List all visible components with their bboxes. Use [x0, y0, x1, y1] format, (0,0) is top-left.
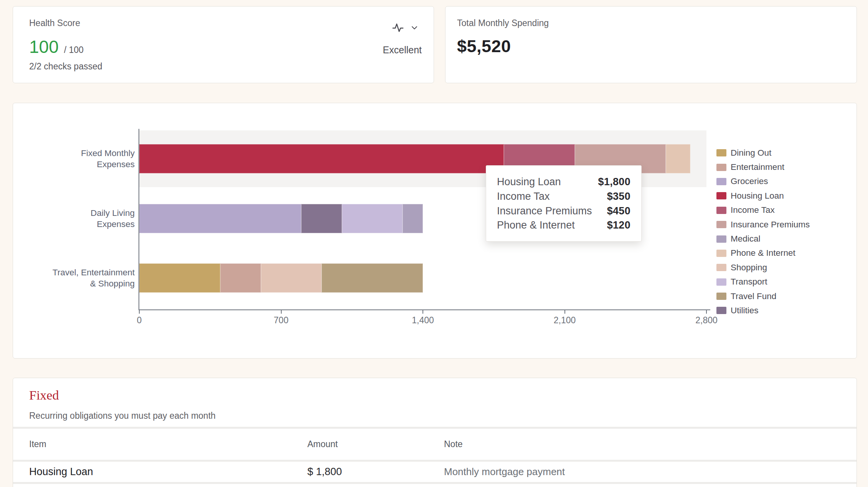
health-score-menu[interactable]: [392, 22, 419, 33]
x-axis-line: [139, 309, 710, 310]
tooltip-value: $1,800: [598, 176, 630, 188]
legend-item-groceries: Groceries: [716, 174, 810, 189]
legend-swatch: [716, 149, 726, 156]
legend-item-transport: Transport: [716, 275, 810, 289]
legend-label: Groceries: [731, 176, 768, 186]
x-axis-tick-label: 1,400: [412, 315, 434, 326]
bar-segment-phone-internet[interactable]: [666, 144, 690, 173]
tooltip-label: Income Tax: [497, 191, 550, 202]
divider: [13, 460, 856, 462]
x-axis-tick-label: 0: [137, 315, 142, 326]
legend-item-medical: Medical: [716, 232, 810, 246]
legend-item-dining-out: Dining Out: [716, 146, 810, 160]
legend-label: Income Tax: [731, 205, 775, 215]
category-label-travel-entertainment-shopping: Travel, Entertainment& Shopping: [13, 267, 135, 289]
category-label-daily-living-expenses: Daily LivingExpenses: [13, 207, 135, 230]
spending-chart-card: Fixed MonthlyExpensesDaily LivingExpense…: [13, 103, 857, 359]
bar-segment-medical[interactable]: [403, 204, 423, 233]
legend-swatch: [716, 278, 726, 286]
stacked-bar-travel-entertainment-shopping: [139, 263, 423, 293]
legend-item-insurance-premiums: Insurance Premiums: [716, 217, 810, 232]
tooltip-value: $120: [607, 219, 630, 231]
divider: [13, 427, 856, 429]
bar-segment-entertainment[interactable]: [220, 263, 261, 293]
legend-item-income-tax: Income Tax: [716, 203, 810, 217]
x-axis-tick: [706, 310, 707, 314]
x-axis-tick: [422, 310, 423, 314]
legend-item-shopping: Shopping: [716, 260, 810, 275]
tooltip-label: Insurance Premiums: [497, 205, 592, 217]
x-axis-tick-label: 2,100: [554, 315, 576, 326]
divider: [13, 482, 856, 484]
legend-swatch: [716, 178, 726, 185]
legend-item-utilities: Utilities: [716, 303, 810, 318]
health-score-status: Excellent: [383, 44, 422, 56]
legend-label: Travel Fund: [731, 291, 776, 301]
x-axis-tick: [281, 310, 282, 314]
bar-segment-transport[interactable]: [342, 204, 403, 233]
tooltip-label: Phone & Internet: [497, 219, 575, 231]
y-axis-line: [139, 129, 139, 310]
legend-item-travel-fund: Travel Fund: [716, 289, 810, 303]
x-axis-tick: [139, 310, 140, 314]
legend-swatch: [716, 264, 726, 271]
legend-item-housing-loan: Housing Loan: [716, 189, 810, 203]
chart-legend: Dining OutEntertainmentGroceriesHousing …: [716, 146, 810, 318]
x-axis-tick-label: 2,800: [695, 315, 718, 326]
legend-label: Entertainment: [731, 162, 784, 172]
legend-swatch: [716, 192, 726, 199]
tooltip-row-insurance-premiums: Insurance Premiums$450: [497, 204, 630, 218]
tooltip-value: $450: [607, 205, 630, 217]
legend-label: Utilities: [731, 306, 759, 316]
health-score-title: Health Score: [29, 18, 80, 28]
health-score-value: 100: [29, 38, 59, 56]
legend-label: Dining Out: [731, 148, 771, 158]
legend-label: Shopping: [731, 263, 767, 273]
bar-segment-utilities[interactable]: [301, 204, 342, 233]
legend-label: Phone & Internet: [731, 248, 795, 258]
fixed-expenses-card: Fixed Recurring obligations you must pay…: [13, 378, 857, 487]
tooltip-row-income-tax: Income Tax$350: [497, 189, 630, 204]
bar-segment-housing-loan[interactable]: [139, 144, 504, 173]
legend-swatch: [716, 221, 726, 228]
column-header-amount: Amount: [307, 429, 338, 460]
tooltip-row-phone-internet: Phone & Internet$120: [497, 218, 630, 233]
bar-segment-dining-out[interactable]: [139, 263, 220, 293]
legend-label: Insurance Premiums: [731, 220, 810, 230]
x-axis-tick-label: 700: [274, 315, 288, 326]
legend-label: Transport: [731, 277, 767, 287]
bar-segment-travel-fund[interactable]: [322, 263, 423, 293]
health-score-value-row: 100 / 100: [29, 38, 84, 56]
legend-swatch: [716, 235, 726, 243]
legend-item-phone-internet: Phone & Internet: [716, 246, 810, 260]
stacked-bar-daily-living-expenses: [139, 204, 423, 233]
section-subtitle: Recurring obligations you must pay each …: [29, 411, 216, 421]
activity-pulse-icon[interactable]: [392, 22, 404, 33]
legend-swatch: [716, 250, 726, 257]
legend-label: Medical: [731, 234, 761, 244]
chevron-down-icon[interactable]: [410, 23, 419, 32]
tooltip-value: $350: [607, 191, 630, 202]
table-cell-amount: $ 1,800: [307, 462, 342, 482]
category-labels: Fixed MonthlyExpensesDaily LivingExpense…: [13, 130, 135, 309]
health-score-checks: 2/2 checks passed: [29, 61, 102, 72]
x-axis-tick: [564, 310, 565, 314]
tooltip-label: Housing Loan: [497, 176, 561, 188]
bar-segment-groceries[interactable]: [139, 204, 301, 233]
legend-swatch: [716, 293, 726, 300]
legend-swatch: [716, 164, 726, 171]
table-cell-item: Housing Loan: [29, 462, 93, 482]
legend-item-entertainment: Entertainment: [716, 160, 810, 174]
total-spending-card: Total Monthly Spending $5,520: [445, 6, 857, 83]
legend-swatch: [716, 207, 726, 214]
legend-label: Housing Loan: [731, 191, 784, 201]
health-score-card: Health Score 100 / 100 2/2 checks passed…: [13, 6, 434, 83]
column-header-note: Note: [444, 429, 463, 460]
section-title: Fixed: [29, 388, 59, 403]
bar-segment-shopping[interactable]: [261, 263, 322, 293]
table-cell-note: Monthly mortgage payment: [444, 462, 565, 482]
health-score-max: / 100: [64, 45, 84, 55]
chart-tooltip: Housing Loan$1,800Income Tax$350Insuranc…: [486, 165, 642, 242]
tooltip-row-housing-loan: Housing Loan$1,800: [497, 175, 630, 189]
total-spending-title: Total Monthly Spending: [457, 18, 549, 28]
